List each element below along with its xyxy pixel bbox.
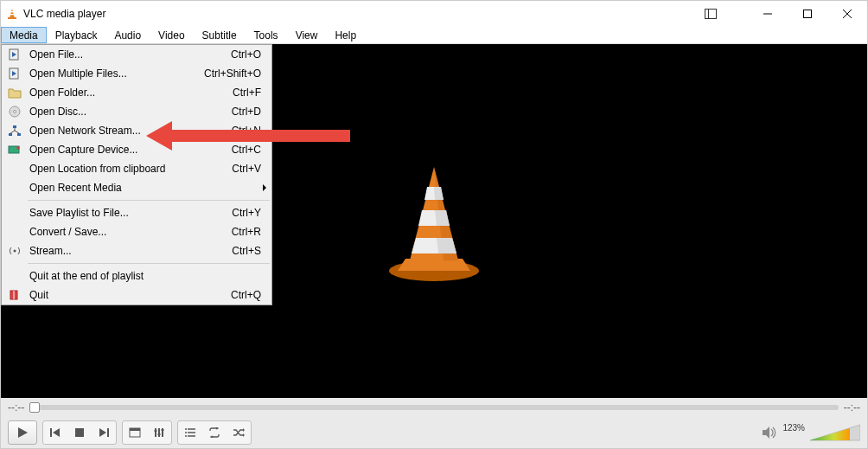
menu-help[interactable]: Help — [326, 27, 365, 43]
menu-view[interactable]: View — [287, 27, 327, 43]
stop-button[interactable] — [68, 422, 91, 443]
svg-marker-42 — [763, 427, 769, 439]
previous-button[interactable] — [44, 422, 67, 443]
svg-marker-20 — [18, 427, 28, 438]
media-dropdown: Open File...Ctrl+OOpen Multiple Files...… — [1, 44, 272, 305]
disc-icon — [5, 106, 24, 118]
menu-item-shortcut: Ctrl+V — [232, 163, 266, 175]
media-menu-item[interactable]: QuitCtrl+Q — [2, 285, 271, 305]
menu-media[interactable]: Media — [1, 27, 47, 43]
menu-item-label: Open Recent Media — [24, 182, 263, 194]
shuffle-button[interactable] — [227, 422, 250, 443]
svg-marker-24 — [99, 428, 106, 437]
svg-rect-23 — [75, 428, 84, 437]
svg-rect-31 — [155, 430, 157, 432]
seek-slider[interactable] — [29, 405, 838, 410]
menu-playback[interactable]: Playback — [47, 27, 106, 43]
svg-line-56 — [15, 131, 19, 133]
folder-icon — [5, 87, 24, 99]
menu-separator — [28, 263, 270, 264]
media-menu-item[interactable]: Quit at the end of playlist — [2, 266, 271, 285]
svg-rect-7 — [804, 10, 812, 18]
fullscreen-button[interactable] — [124, 422, 146, 443]
menubar: MediaPlaybackAudioVideoSubtitleToolsView… — [1, 27, 867, 44]
menu-item-shortcut: Ctrl+F — [233, 87, 266, 99]
volume-area: 123% — [762, 423, 860, 442]
maximize-button[interactable] — [788, 1, 827, 27]
time-elapsed: --:-- — [8, 401, 24, 414]
menu-item-shortcut: Ctrl+Y — [232, 207, 266, 219]
media-menu-item[interactable]: Open Recent Media — [2, 178, 271, 197]
volume-slider[interactable] — [810, 423, 860, 442]
media-menu-item[interactable]: Open File...Ctrl+O — [2, 45, 271, 64]
next-button[interactable] — [93, 422, 115, 443]
svg-marker-22 — [53, 428, 60, 437]
window-title: VLC media player — [23, 8, 105, 20]
menu-item-label: Save Playlist to File... — [24, 207, 232, 219]
menu-item-shortcut: Ctrl+Q — [231, 289, 266, 301]
extended-settings-button[interactable] — [148, 422, 170, 443]
svg-rect-25 — [107, 428, 109, 437]
svg-rect-51 — [13, 125, 16, 128]
media-menu-item[interactable]: Open Folder...Ctrl+F — [2, 83, 271, 102]
menu-video[interactable]: Video — [150, 27, 193, 43]
titlebar: VLC media player — [1, 1, 867, 27]
svg-rect-27 — [130, 428, 140, 431]
menu-separator — [28, 200, 270, 201]
media-menu-item[interactable]: Save Playlist to File...Ctrl+Y — [2, 203, 271, 222]
controls-row: 123% — [1, 417, 867, 448]
menu-item-shortcut: Ctrl+S — [232, 245, 266, 257]
svg-marker-62 — [146, 121, 350, 151]
media-menu-item[interactable]: Convert / Save...Ctrl+R — [2, 222, 271, 241]
play-button[interactable] — [8, 420, 37, 445]
loop-button[interactable] — [203, 422, 226, 443]
file-icon — [5, 67, 24, 80]
minimize-button[interactable] — [748, 1, 788, 27]
svg-rect-32 — [158, 433, 161, 435]
menu-item-shortcut: Ctrl+D — [232, 106, 266, 118]
playlist-button[interactable] — [179, 422, 201, 443]
svg-point-39 — [185, 435, 187, 437]
svg-marker-46 — [12, 52, 16, 57]
view-group — [122, 420, 172, 445]
svg-point-58 — [16, 146, 20, 150]
svg-rect-53 — [17, 133, 21, 136]
menu-item-label: Quit — [24, 289, 231, 301]
svg-marker-41 — [243, 433, 245, 437]
seekbar-row: --:-- --:-- — [1, 398, 867, 417]
svg-point-59 — [14, 250, 16, 253]
speaker-icon[interactable] — [762, 426, 777, 439]
media-menu-item[interactable]: Open Multiple Files...Ctrl+Shift+O — [2, 64, 271, 83]
svg-line-55 — [10, 131, 15, 133]
svg-rect-1 — [8, 17, 16, 19]
seek-thumb[interactable] — [29, 402, 40, 413]
menu-tools[interactable]: Tools — [246, 27, 287, 43]
svg-point-50 — [14, 111, 16, 113]
svg-marker-19 — [437, 238, 456, 253]
svg-rect-33 — [162, 429, 164, 431]
menu-item-label: Open File... — [24, 48, 231, 61]
close-button[interactable] — [827, 1, 867, 27]
menu-item-label: Stream... — [24, 245, 232, 257]
svg-point-37 — [185, 428, 187, 430]
file-icon — [5, 48, 24, 61]
network-icon — [5, 125, 24, 137]
media-menu-item[interactable]: Open Location from clipboardCtrl+V — [2, 159, 271, 178]
menu-item-label: Open Multiple Files... — [24, 67, 204, 80]
tab-outline-icon[interactable] — [691, 1, 731, 27]
menu-item-label: Open Folder... — [24, 87, 233, 99]
menu-item-shortcut: Ctrl+O — [231, 48, 266, 61]
chevron-right-icon — [263, 184, 266, 191]
menu-audio[interactable]: Audio — [105, 27, 150, 43]
svg-rect-52 — [9, 133, 12, 136]
menu-item-label: Quit at the end of playlist — [24, 270, 261, 282]
stream-icon — [5, 245, 24, 257]
vlc-cone-icon — [6, 8, 18, 20]
menu-item-shortcut: Ctrl+Shift+O — [204, 67, 266, 80]
menu-item-label: Open Location from clipboard — [24, 163, 232, 175]
media-menu-item[interactable]: Stream...Ctrl+S — [2, 241, 271, 260]
annotation-arrow — [146, 119, 350, 153]
menu-subtitle[interactable]: Subtitle — [194, 27, 246, 43]
svg-marker-0 — [10, 9, 15, 18]
menu-item-shortcut: Ctrl+R — [232, 226, 266, 238]
